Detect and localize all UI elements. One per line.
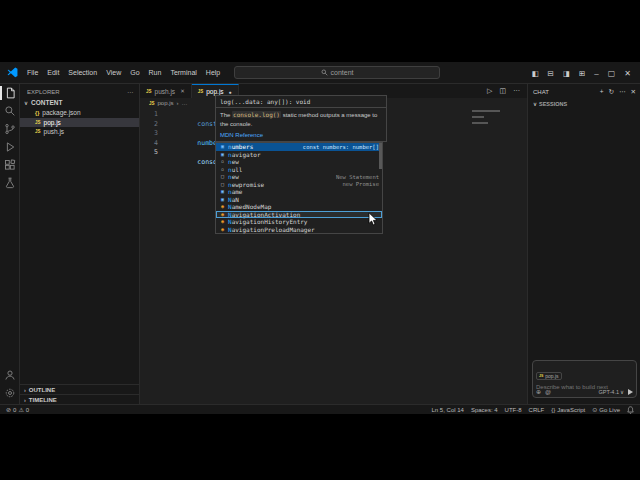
suggest-detail: New Statement <box>332 174 379 180</box>
breadcrumb-file[interactable]: pop.js <box>158 100 174 106</box>
chat-input-box[interactable]: JS pop.js Describe what to build next ⊕ … <box>532 360 637 398</box>
search-icon <box>321 69 328 76</box>
suggest-item-new[interactable]: ▫new <box>216 158 382 166</box>
suggest-item-name[interactable]: ▣name <box>216 188 382 196</box>
menu-terminal[interactable]: Terminal <box>170 69 196 76</box>
model-picker[interactable]: GPT-4.1 ∨ <box>598 389 624 395</box>
activity-explorer[interactable] <box>0 84 20 102</box>
go-live-button[interactable]: ⊙ Go Live <box>592 406 620 413</box>
menu-selection[interactable]: Selection <box>68 69 97 76</box>
add-context-icon[interactable]: ⊕ <box>536 388 541 395</box>
braces-icon: {} <box>551 407 555 413</box>
eol-setting[interactable]: CRLF <box>529 407 545 413</box>
suggest-item-nan[interactable]: ▣NaN <box>216 196 382 204</box>
file-pop-js[interactable]: JS pop.js <box>20 118 139 128</box>
activity-search[interactable] <box>0 102 20 120</box>
account-button[interactable] <box>0 366 20 384</box>
activity-source-control[interactable] <box>0 120 20 138</box>
context-chip-pop-js[interactable]: JS pop.js <box>536 372 562 380</box>
menu-bar: File Edit Selection View Go Run Terminal… <box>27 69 220 76</box>
activity-extensions[interactable] <box>0 156 20 174</box>
split-editor-button[interactable]: ◫ <box>499 87 506 95</box>
command-center-search[interactable]: content <box>234 66 440 79</box>
explorer-more-actions-icon[interactable]: ⋯ <box>127 88 133 95</box>
toggle-secondary-sidebar-icon[interactable]: ◨ <box>563 69 570 78</box>
suggest-scrollbar[interactable] <box>379 143 382 169</box>
warning-icon: ⚠ <box>18 406 23 413</box>
chat-history-icon[interactable]: ↻ <box>609 88 614 96</box>
mdn-reference-link[interactable]: MDN Reference <box>216 131 386 141</box>
suggest-item-null[interactable]: ▫null <box>216 166 382 174</box>
encoding-setting[interactable]: UTF-8 <box>505 407 522 413</box>
testing-flask-icon <box>4 177 16 189</box>
js-file-icon: JS <box>198 89 204 94</box>
symbol-variable-icon: ▣ <box>219 151 226 159</box>
suggest-label: avigationPreloadManager <box>232 226 315 233</box>
suggest-label: ew <box>232 158 239 165</box>
customize-layout-icon[interactable]: ⊞ <box>579 69 585 78</box>
folder-name: CONTENT <box>31 99 62 106</box>
suggest-item-navigationpreloadmanager[interactable]: ◉NavigationPreloadManager <box>216 226 382 234</box>
tab-close-icon[interactable]: ✕ <box>180 88 185 94</box>
indentation-setting[interactable]: Spaces: 4 <box>471 407 498 413</box>
status-bar-right: Ln 5, Col 14 Spaces: 4 UTF-8 CRLF {} Jav… <box>432 406 634 414</box>
run-file-button[interactable]: ▷ <box>487 87 492 95</box>
bell-icon[interactable] <box>627 406 634 414</box>
json-file-icon: {} <box>35 110 39 116</box>
suggest-item-namednodemap[interactable]: ◉NamedNodeMap <box>216 203 382 211</box>
modified-dot-icon[interactable]: ● <box>229 89 232 95</box>
close-window-button[interactable]: ✕ <box>624 69 631 78</box>
timeline-label: TIMELINE <box>29 397 57 403</box>
suggest-item-navigationactivation[interactable]: ◉NavigationActivation <box>216 211 382 219</box>
symbol-keyword-icon: ▫ <box>219 166 226 174</box>
close-panel-icon[interactable]: ✕ <box>631 88 636 96</box>
chat-title: CHAT <box>533 89 549 95</box>
activity-testing[interactable] <box>0 174 20 192</box>
activity-run-debug[interactable] <box>0 138 20 156</box>
file-push-js[interactable]: JS push.js <box>20 127 139 137</box>
menu-file[interactable]: File <box>27 69 38 76</box>
command-center-label: content <box>331 69 354 76</box>
minimize-button[interactable]: – <box>594 69 598 78</box>
line-number-active: 5 <box>140 148 158 158</box>
menu-view[interactable]: View <box>106 69 121 76</box>
symbol-keyword-icon: ▫ <box>219 158 226 166</box>
symbol-variable-icon: ▣ <box>219 143 226 151</box>
maximize-button[interactable]: ▢ <box>608 69 616 78</box>
suggest-item-new-snippet[interactable]: □newNew Statement <box>216 173 382 181</box>
file-package-json[interactable]: {} package.json <box>20 108 139 118</box>
suggest-item-navigationhistoryentry[interactable]: ◉NavigationHistoryEntry <box>216 218 382 226</box>
suggest-detail: const numbers: number[] <box>299 144 379 150</box>
minimap-line <box>472 122 488 124</box>
more-editor-actions-button[interactable]: ⋯ <box>513 87 520 95</box>
settings-button[interactable] <box>0 384 20 402</box>
cursor-position[interactable]: Ln 5, Col 14 <box>432 407 464 413</box>
suggest-item-navigator[interactable]: ▣navigator <box>216 151 382 159</box>
mention-icon[interactable]: @ <box>545 389 551 395</box>
menu-help[interactable]: Help <box>206 69 220 76</box>
minimap[interactable] <box>470 108 520 178</box>
outline-section[interactable]: › OUTLINE <box>20 384 140 394</box>
toggle-panel-icon[interactable]: ⊟ <box>548 69 554 78</box>
suggest-item-newpromise[interactable]: □newpromisenew Promise <box>216 181 382 189</box>
chevron-right-icon: › <box>24 397 26 403</box>
problems-indicator[interactable]: ⊘ 0 ⚠ 0 <box>6 406 29 413</box>
sessions-header[interactable]: ∨ SESSIONS <box>528 98 640 107</box>
folder-content-header[interactable]: ∨ CONTENT <box>20 97 139 108</box>
language-mode[interactable]: {} JavaScript <box>551 407 585 413</box>
menu-go[interactable]: Go <box>130 69 139 76</box>
timeline-section[interactable]: › TIMELINE <box>20 394 140 404</box>
send-icon[interactable] <box>628 389 633 395</box>
chat-more-actions-icon[interactable]: ⋯ <box>619 88 626 96</box>
toggle-sidebar-icon[interactable]: ◧ <box>532 69 539 78</box>
tab-push-js[interactable]: JS push.js ✕ <box>140 84 192 98</box>
hover-description-pre: The <box>220 112 232 118</box>
chevron-down-icon: ∨ <box>24 100 28 106</box>
menu-edit[interactable]: Edit <box>47 69 59 76</box>
suggest-item-numbers[interactable]: ▣numbersconst numbers: number[] <box>216 143 382 151</box>
chevron-right-icon: › <box>24 387 26 393</box>
menu-run[interactable]: Run <box>149 69 162 76</box>
chat-panel: CHAT + ↻ ⋯ ✕ ∨ SESSIONS JS pop.js Descri… <box>527 84 640 404</box>
new-chat-icon[interactable]: + <box>600 88 604 96</box>
source-control-icon <box>4 123 16 135</box>
